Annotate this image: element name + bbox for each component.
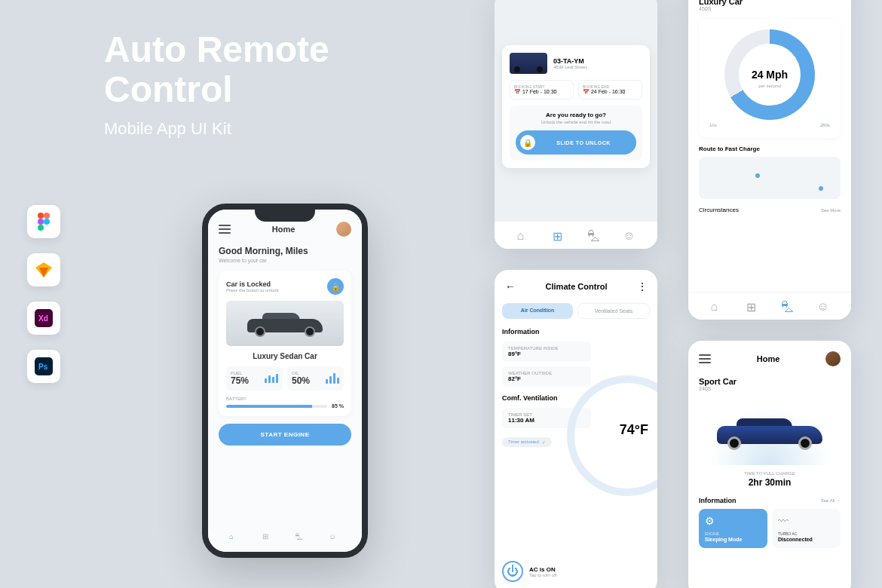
avatar[interactable] (825, 351, 841, 366)
sport-car-image (699, 397, 841, 465)
temperature-dial[interactable]: 74°F (567, 375, 657, 496)
booking-panel: 03-TA-YM 4839 Leaf Street BOOKING START … (495, 0, 657, 249)
nav-home-icon[interactable]: ⌂ (711, 300, 723, 312)
phone-notch (255, 208, 315, 222)
menu-icon[interactable] (699, 354, 711, 363)
ac-sub: Tap to turn off (529, 573, 557, 577)
speed-gauge: 24 Mph per second 10s280s (699, 19, 841, 138)
charge-label: TIME TO FULL CHARGE (699, 471, 841, 476)
svg-text:Ps: Ps (38, 363, 48, 371)
car-image (226, 301, 344, 346)
charge-value: 2hr 30min (699, 477, 841, 488)
climate-panel: ← Climate Control ⋮ Air Condition Ventil… (495, 270, 657, 588)
route-map[interactable] (699, 157, 841, 199)
climate-title: Climate Control (546, 282, 608, 291)
avatar[interactable] (336, 222, 351, 237)
figma-icon (27, 205, 60, 238)
engine-icon: ⚙ (705, 515, 761, 527)
tab-air-condition[interactable]: Air Condition (502, 303, 573, 319)
ac-status: AC is ON (529, 566, 557, 573)
greeting-sub: Welcome to your car (219, 258, 351, 263)
engine-status-card[interactable]: ⚙ ENGINE Sleeping Mode (699, 509, 767, 548)
ac-power-button[interactable]: ⏻ (502, 561, 523, 582)
nav-map-icon[interactable]: ⊞ (746, 300, 758, 312)
ready-box: Are you ready to go? Unlock the vehicle … (510, 106, 642, 161)
nav-car-icon[interactable]: ⛍ (588, 229, 600, 241)
page-title: Home (272, 225, 296, 234)
lock-icon: 🔒 (520, 135, 535, 150)
sport-code: 240S (699, 386, 841, 391)
sketch-icon (27, 253, 60, 286)
model-code: 450S (699, 6, 841, 11)
fuel-stat: FUEL75% (226, 366, 283, 390)
nav-home-icon[interactable]: ⌂ (229, 532, 241, 544)
booking-card: 03-TA-YM 4839 Leaf Street BOOKING START … (502, 45, 650, 168)
temp-inside-box: TEMPERATURE INSIDE 89°F (502, 341, 591, 362)
start-engine-button[interactable]: START ENGINE (219, 424, 351, 446)
nav-profile-icon[interactable]: ☺ (817, 300, 829, 312)
nav-map-icon[interactable]: ⊞ (553, 229, 565, 241)
control-panel: ← Car Control ⋮ Luxury Car 450S 24 Mph p… (688, 0, 851, 320)
wind-icon: 〰 (778, 515, 835, 527)
bottom-nav: ⌂ ⊞ ⛍ ☺ (219, 532, 351, 544)
see-all-link[interactable]: See All → (821, 498, 841, 503)
nav-map-icon[interactable]: ⊞ (262, 532, 274, 544)
nav-car-icon[interactable]: ⛍ (782, 300, 794, 312)
address: 4839 Leaf Street (553, 65, 586, 69)
svg-point-0 (38, 213, 44, 219)
sport-model: Sport Car (699, 377, 841, 386)
main-card: Car is Locked Press the button to unlock… (219, 271, 351, 416)
car-thumbnail (510, 53, 547, 74)
map-background[interactable]: 03-TA-YM 4839 Leaf Street BOOKING START … (495, 0, 657, 249)
sport-panel: Home Sport Car 240S TIME TO FULL CHARGE … (688, 341, 851, 588)
lock-title: Car is Locked (226, 280, 278, 288)
photoshop-icon: Ps (27, 350, 60, 383)
lock-button[interactable]: 🔒 (327, 278, 344, 295)
nav-home-icon[interactable]: ⌂ (517, 229, 529, 241)
booking-start: BOOKING START 📅 17 Feb - 10:30 (510, 80, 574, 100)
svg-point-4 (38, 225, 44, 231)
nav-profile-icon[interactable]: ☺ (623, 229, 635, 241)
oil-stat: OIL50% (287, 366, 344, 390)
hero-subtitle: Mobile App UI Kit (104, 119, 231, 139)
phone-frame: Home Good Morning, Miles Welcome to your… (202, 204, 368, 558)
see-more-link[interactable]: See More (821, 208, 841, 213)
car-name: Luxury Sedan Car (226, 352, 344, 360)
model-name: Luxury Car (699, 0, 841, 6)
turbo-status-card[interactable]: 〰 TURBO AC Disconnected (772, 509, 841, 548)
back-icon[interactable]: ← (505, 280, 516, 292)
slide-unlock-button[interactable]: 🔒 SLIDE TO UNLOCK (516, 130, 636, 155)
license-plate: 03-TA-YM (553, 57, 586, 65)
lock-sub: Press the button to unlock (226, 288, 278, 292)
svg-point-1 (44, 213, 50, 219)
menu-icon[interactable] (219, 225, 231, 234)
timer-activated-pill: Timer activated ✓ (502, 437, 552, 447)
more-icon[interactable]: ⋮ (637, 280, 647, 292)
route-title: Route to Fast Charge (699, 145, 841, 152)
booking-end: BOOKING END 📅 24 Feb - 16:30 (578, 80, 642, 100)
tool-icons: Xd Ps (27, 205, 60, 383)
xd-icon: Xd (27, 302, 60, 335)
info-heading: Information (502, 328, 650, 335)
battery-stat: BATTERY 85 % (226, 397, 344, 409)
nav-car-icon[interactable]: ⛍ (296, 532, 308, 544)
svg-point-3 (44, 219, 50, 225)
nav-profile-icon[interactable]: ☺ (329, 532, 341, 544)
hero-title: Auto Remote Control (104, 30, 329, 110)
tab-ventilated-seats[interactable]: Ventilated Seats (577, 303, 650, 319)
svg-point-2 (38, 219, 44, 225)
sport-title: Home (757, 354, 780, 363)
circumstances-title: Circumstances (699, 207, 739, 213)
sport-info-title: Information (699, 497, 737, 504)
svg-text:Xd: Xd (38, 314, 48, 323)
greeting: Good Morning, Miles (219, 246, 351, 256)
